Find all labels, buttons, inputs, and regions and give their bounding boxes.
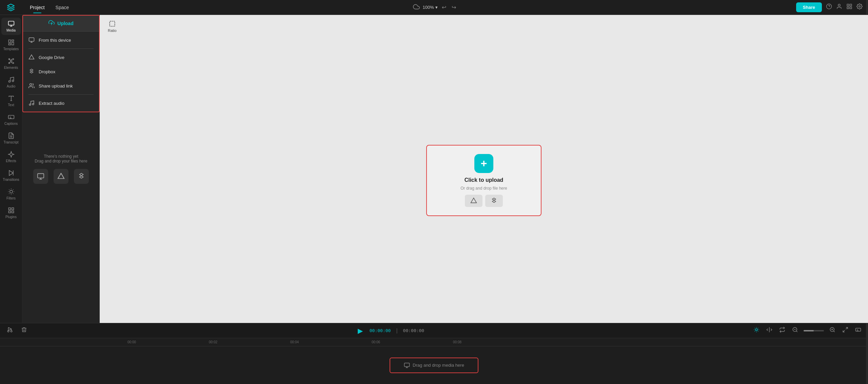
canvas-upload-box[interactable]: Click to upload Or drag and drop file he… xyxy=(426,145,541,216)
svg-point-36 xyxy=(32,103,34,105)
timeline-right-controls xyxy=(752,325,863,336)
sidebar-item-audio[interactable]: Audio xyxy=(1,74,21,91)
svg-rect-33 xyxy=(29,38,34,41)
subtitles-icon[interactable] xyxy=(854,325,863,336)
svg-point-17 xyxy=(13,62,14,63)
upload-cloud-icon xyxy=(48,20,55,27)
sidebar-item-elements[interactable]: Elements xyxy=(1,55,21,72)
media-empty-text: There's nothing yet Drag and drop your f… xyxy=(35,154,87,164)
timeline-track[interactable]: Drag and drop media here xyxy=(0,346,868,384)
zoom-in-icon[interactable] xyxy=(828,325,837,336)
upload-box-source-icons xyxy=(465,195,503,207)
app-logo xyxy=(5,2,16,13)
ruler-mark-2: 00:04 xyxy=(289,340,370,344)
dropbox-button[interactable] xyxy=(74,169,89,184)
upload-extract-audio[interactable]: Extract audio xyxy=(23,96,99,110)
svg-point-16 xyxy=(8,62,9,63)
sidebar-item-captions[interactable]: Captions xyxy=(1,111,21,128)
layout-icon[interactable] xyxy=(846,3,852,11)
svg-rect-29 xyxy=(8,211,11,213)
fullscreen-icon[interactable] xyxy=(841,325,850,336)
canvas-google-drive-button[interactable] xyxy=(465,195,482,207)
undo-button[interactable]: ↩ xyxy=(440,3,448,12)
tab-space[interactable]: Space xyxy=(50,2,75,13)
svg-rect-12 xyxy=(8,43,11,45)
tab-project[interactable]: Project xyxy=(24,2,50,13)
play-button[interactable]: ▶ xyxy=(356,325,364,336)
google-drive-button[interactable] xyxy=(54,169,68,184)
settings-icon[interactable] xyxy=(856,3,863,11)
svg-point-14 xyxy=(8,59,9,60)
timeline-controls: ▶ 00:00:00 | 00:00:00 xyxy=(0,323,868,338)
svg-rect-10 xyxy=(12,40,14,41)
sidebar-item-transitions[interactable]: Transitions xyxy=(1,167,21,184)
svg-rect-8 xyxy=(8,21,14,25)
upload-menu: From this device Google Drive Dropbox Sh… xyxy=(23,32,99,112)
svg-point-7 xyxy=(859,6,861,7)
zoom-control[interactable]: 100% ▾ xyxy=(422,5,437,10)
sidebar-item-templates[interactable]: Templates xyxy=(1,36,21,54)
undo-redo-controls: ↩ ↪ xyxy=(440,3,457,12)
zoom-chevron-icon: ▾ xyxy=(435,5,438,10)
media-source-icons xyxy=(33,169,89,184)
upload-google-drive[interactable]: Google Drive xyxy=(23,50,99,64)
topbar-right: Share xyxy=(796,2,863,12)
redo-button[interactable]: ↪ xyxy=(450,3,457,12)
svg-point-15 xyxy=(13,59,14,60)
ruler-marks: 00:00 00:02 00:04 00:06 00:08 xyxy=(126,340,533,344)
help-icon[interactable] xyxy=(826,3,832,11)
svg-point-34 xyxy=(30,83,32,85)
loop-icon[interactable] xyxy=(778,325,787,336)
sidebar-item-effects[interactable]: Effects xyxy=(1,148,21,166)
ai-color-icon[interactable] xyxy=(752,325,761,336)
svg-rect-6 xyxy=(850,7,852,9)
ruler-mark-4: 00:08 xyxy=(452,340,533,344)
sidebar-item-text[interactable]: Text xyxy=(1,92,21,110)
sidebar-item-plugins[interactable]: Plugins xyxy=(1,204,21,222)
zoom-value: 100% xyxy=(422,5,434,10)
timeline-current-time: 00:00:00 xyxy=(370,328,391,333)
svg-rect-56 xyxy=(405,363,410,367)
upload-plus-button[interactable] xyxy=(474,154,493,173)
svg-point-41 xyxy=(7,330,9,332)
svg-line-53 xyxy=(846,327,848,329)
zoom-out-icon[interactable] xyxy=(791,325,800,336)
divider-1 xyxy=(28,49,94,49)
trim-button[interactable] xyxy=(5,325,14,336)
svg-point-26 xyxy=(9,190,12,193)
svg-line-47 xyxy=(796,331,797,332)
split-icon[interactable] xyxy=(765,325,774,336)
canvas-area: Ratio Click to upload Or drag and drop f… xyxy=(100,15,868,323)
drag-drop-label: Drag and drop media here xyxy=(413,363,464,368)
upload-share-link[interactable]: Share upload link xyxy=(23,79,99,93)
sidebar-item-filters[interactable]: Filters xyxy=(1,186,21,203)
device-upload-button[interactable] xyxy=(33,169,48,184)
zoom-slider[interactable] xyxy=(804,330,824,331)
panels-wrapper: There's nothing yet Drag and drop your f… xyxy=(22,15,100,323)
ruler-mark-0: 00:00 xyxy=(126,340,208,344)
account-icon[interactable] xyxy=(836,3,842,11)
svg-rect-37 xyxy=(110,21,115,26)
svg-point-13 xyxy=(10,60,12,62)
upload-box-title: Click to upload xyxy=(465,177,504,183)
canvas-toolbar: Ratio xyxy=(100,15,868,38)
canvas-dropbox-button[interactable] xyxy=(485,195,503,207)
timeline-separator: | xyxy=(396,328,397,334)
media-icon xyxy=(404,362,410,368)
drag-drop-media-zone[interactable]: Drag and drop media here xyxy=(390,358,478,373)
sidebar-item-media[interactable]: Media xyxy=(1,18,21,35)
ratio-button[interactable]: Ratio xyxy=(104,18,121,35)
svg-point-43 xyxy=(11,330,12,332)
upload-dropbox[interactable]: Dropbox xyxy=(23,64,99,79)
svg-rect-31 xyxy=(38,174,44,178)
svg-point-44 xyxy=(755,329,757,331)
svg-point-2 xyxy=(838,4,840,6)
timeline-total-time: 00:00:00 xyxy=(403,328,425,333)
share-button[interactable]: Share xyxy=(796,2,822,12)
delete-button[interactable] xyxy=(20,325,28,336)
sidebar-item-transcript[interactable]: Transcript xyxy=(1,130,21,147)
upload-label: Upload xyxy=(57,21,73,26)
upload-from-device[interactable]: From this device xyxy=(23,33,99,47)
upload-box-subtitle: Or drag and drop file here xyxy=(460,186,507,191)
main-layout: Media Templates Elements Audio Text Capt… xyxy=(0,15,868,323)
